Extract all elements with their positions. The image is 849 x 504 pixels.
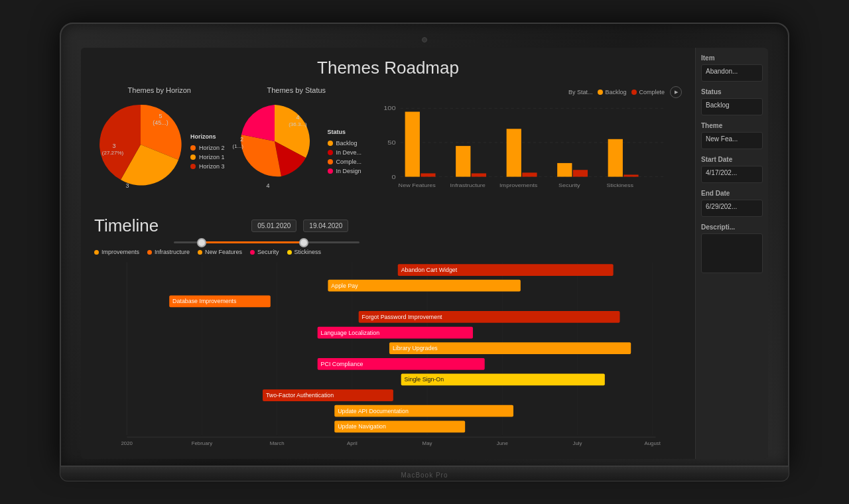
bar-chart-section: By Stat... Backlog Complete ▶ xyxy=(368,86,682,206)
right-sidebar: Item Abandon... Status Backlog Theme New… xyxy=(695,48,768,459)
backlog-label: Backlog xyxy=(336,140,358,147)
status-label: Status xyxy=(701,88,763,95)
complete-legend: Comple... xyxy=(328,158,362,165)
timeline-header: Timeline 05.01.2020 19.04.2020 xyxy=(94,216,682,236)
indesign-label: In Design xyxy=(336,168,361,174)
security-label: Security xyxy=(257,249,279,255)
svg-text:Single Sign-On: Single Sign-On xyxy=(405,376,444,383)
indesign-legend: In Design xyxy=(328,168,362,174)
svg-text:Update Navigation: Update Navigation xyxy=(338,423,386,430)
improvements-dot xyxy=(94,250,99,255)
svg-rect-27 xyxy=(623,174,638,176)
svg-rect-22 xyxy=(507,129,521,176)
svg-text:(45...): (45...) xyxy=(153,119,168,126)
start-date-value[interactable]: 4/17/202... xyxy=(701,166,763,183)
svg-text:Two-Factor Authentication: Two-Factor Authentication xyxy=(266,392,334,399)
horizon-2-legend: Horizon 2 xyxy=(190,145,225,151)
description-textarea[interactable] xyxy=(701,233,763,273)
svg-text:100: 100 xyxy=(383,105,396,111)
svg-text:Stickiness: Stickiness xyxy=(606,183,633,188)
complete-filter-label: Complete xyxy=(639,89,665,95)
charts-row: Themes by Horizon xyxy=(94,86,682,206)
horizons-label: Horizons xyxy=(190,133,225,140)
bar-chart-svg: 100 50 0 xyxy=(368,101,682,208)
svg-text:4: 4 xyxy=(296,114,299,121)
new-features-dot xyxy=(198,250,202,255)
status-value[interactable]: Backlog xyxy=(701,98,763,115)
horizon-pie: 5 (45...) 3 (27.27%) 3 (27.27%) xyxy=(94,98,187,191)
item-label: Item xyxy=(701,54,763,62)
svg-text:August: August xyxy=(644,440,661,446)
svg-rect-25 xyxy=(573,170,588,176)
svg-text:July: July xyxy=(572,440,582,446)
horizon-1-legend: Horizon 1 xyxy=(190,154,225,160)
indev-dot xyxy=(328,150,333,155)
themes-by-status-chart: Themes by Status xyxy=(231,86,362,191)
backlog-dot xyxy=(328,141,333,146)
svg-text:Apple Pay: Apple Pay xyxy=(331,283,358,289)
svg-text:Database Improvements: Database Improvements xyxy=(172,298,237,304)
start-date-field: Start Date 4/17/202... xyxy=(701,156,763,183)
svg-text:PCI Compliance: PCI Compliance xyxy=(321,361,363,367)
horizon-2-label: Horizon 2 xyxy=(199,145,225,151)
play-button[interactable]: ▶ xyxy=(670,86,682,98)
slider-thumb-left[interactable] xyxy=(197,238,206,247)
slider-thumb-right[interactable] xyxy=(299,238,308,247)
svg-rect-20 xyxy=(456,146,470,176)
status-chart-title: Themes by Status xyxy=(267,86,326,94)
theme-field: Theme New Fea... xyxy=(701,122,763,149)
svg-text:Security: Security xyxy=(558,183,580,188)
svg-text:Forgot Password Improvement: Forgot Password Improvement xyxy=(362,314,442,320)
end-date-value[interactable]: 6/29/202... xyxy=(701,200,763,217)
svg-text:4: 4 xyxy=(266,182,269,189)
svg-rect-26 xyxy=(608,139,623,177)
stickiness-legend: Stickiness xyxy=(287,249,322,255)
description-label: Descripti... xyxy=(701,223,763,231)
theme-label: Theme xyxy=(701,122,763,129)
infrastructure-dot xyxy=(147,250,152,255)
status-label: Status xyxy=(328,129,362,135)
screen-bezel: Themes Roadmap Themes by Horizon xyxy=(60,23,789,467)
horizon-3-label: Horizon 3 xyxy=(199,163,225,170)
status-pie: 4 (36.3...) 2 (1...) 4 (36.36%) xyxy=(231,98,324,191)
horizon-chart-title: Themes by Horizon xyxy=(128,86,191,94)
stickiness-label: Stickiness xyxy=(294,249,322,255)
security-legend: Security xyxy=(250,249,279,255)
svg-text:June: June xyxy=(497,440,509,446)
svg-rect-21 xyxy=(472,173,486,176)
svg-text:March: March xyxy=(270,440,285,446)
slider-track[interactable] xyxy=(174,241,359,243)
horizon-legend: Horizons Horizon 2 Horizon 1 xyxy=(190,133,225,170)
backlog-filter-dot xyxy=(598,90,603,95)
gantt-svg: Abandon Cart Widget Apple Pay Database I… xyxy=(94,261,682,453)
slider-range xyxy=(202,241,304,243)
horizon-3-legend: Horizon 3 xyxy=(190,163,225,170)
horizon-1-label: Horizon 1 xyxy=(199,154,225,160)
end-date-label: End Date xyxy=(701,190,763,197)
backlog-legend: Backlog xyxy=(328,140,362,147)
themes-by-horizon-chart: Themes by Horizon xyxy=(94,86,225,191)
item-value[interactable]: Abandon... xyxy=(701,64,763,82)
svg-text:50: 50 xyxy=(387,139,396,145)
svg-text:Update API Documentation: Update API Documentation xyxy=(338,408,409,414)
svg-text:(27.27%): (27.27%) xyxy=(117,190,139,191)
svg-text:(36.36%): (36.36%) xyxy=(257,190,279,191)
security-dot xyxy=(250,250,255,255)
theme-value[interactable]: New Fea... xyxy=(701,132,763,149)
laptop-camera xyxy=(422,37,427,42)
item-field: Item Abandon... xyxy=(701,54,763,82)
svg-text:February: February xyxy=(192,440,213,446)
svg-text:Language Localization: Language Localization xyxy=(321,330,380,336)
improvements-label: Improvements xyxy=(101,249,139,255)
backlog-filter: Backlog xyxy=(598,89,626,95)
svg-text:2020: 2020 xyxy=(121,440,133,446)
complete-label: Comple... xyxy=(336,158,362,165)
start-date-label: Start Date xyxy=(701,156,763,163)
status-legend: Status Backlog In Deve... xyxy=(328,129,362,174)
indev-label: In Deve... xyxy=(336,149,362,156)
new-features-legend: New Features xyxy=(198,249,242,255)
timeline-title: Timeline xyxy=(94,216,159,236)
laptop-wrapper: Themes Roadmap Themes by Horizon xyxy=(60,23,789,481)
by-stat-label: By Stat... xyxy=(568,89,593,95)
end-date-field: End Date 6/29/202... xyxy=(701,190,763,217)
